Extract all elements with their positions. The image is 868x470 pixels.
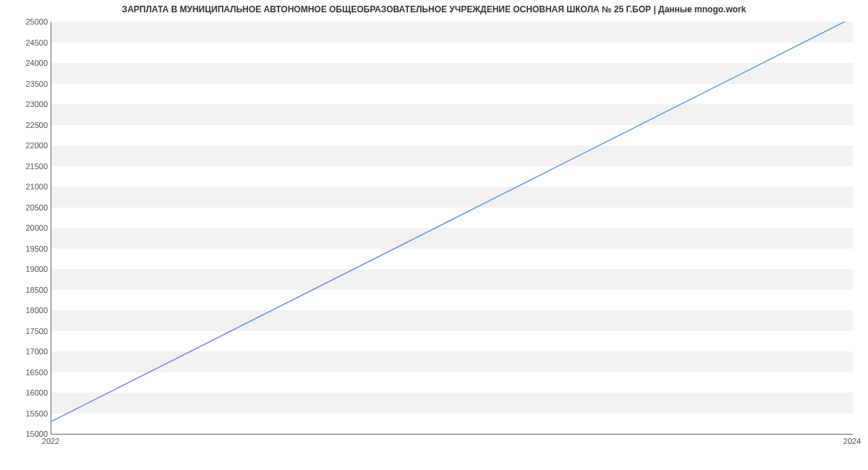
y-tick-label: 16500 bbox=[4, 368, 48, 377]
y-tick-label: 19000 bbox=[4, 265, 48, 273]
y-tick-label: 22500 bbox=[4, 121, 48, 129]
y-tick-label: 19500 bbox=[4, 244, 48, 253]
y-tick-label: 20500 bbox=[4, 203, 48, 212]
x-tick-label: 2024 bbox=[843, 437, 861, 445]
y-tick-label: 25000 bbox=[4, 17, 48, 26]
y-tick-label: 22000 bbox=[4, 141, 48, 150]
x-tick-label: 2022 bbox=[42, 437, 59, 445]
y-tick-label: 21500 bbox=[4, 162, 48, 171]
line-series bbox=[51, 22, 853, 434]
y-tick-label: 23000 bbox=[4, 100, 48, 108]
plot-area bbox=[51, 22, 853, 435]
y-tick-label: 23500 bbox=[4, 80, 48, 88]
y-tick-label: 16000 bbox=[4, 388, 48, 397]
y-tick-label: 21000 bbox=[4, 182, 48, 191]
y-tick-label: 15500 bbox=[4, 409, 48, 418]
y-tick-label: 17500 bbox=[4, 327, 48, 336]
y-tick-label: 18000 bbox=[4, 306, 48, 315]
y-tick-label: 18500 bbox=[4, 286, 48, 294]
y-tick-label: 24000 bbox=[4, 59, 48, 67]
chart-title: ЗАРПЛАТА В МУНИЦИПАЛЬНОЕ АВТОНОМНОЕ ОБЩЕ… bbox=[0, 4, 868, 14]
y-tick-label: 20000 bbox=[4, 223, 48, 232]
chart-container: ЗАРПЛАТА В МУНИЦИПАЛЬНОЕ АВТОНОМНОЕ ОБЩЕ… bbox=[0, 0, 868, 470]
y-tick-label: 17000 bbox=[4, 347, 48, 356]
y-tick-label: 24500 bbox=[4, 38, 48, 47]
series-line bbox=[51, 22, 853, 422]
